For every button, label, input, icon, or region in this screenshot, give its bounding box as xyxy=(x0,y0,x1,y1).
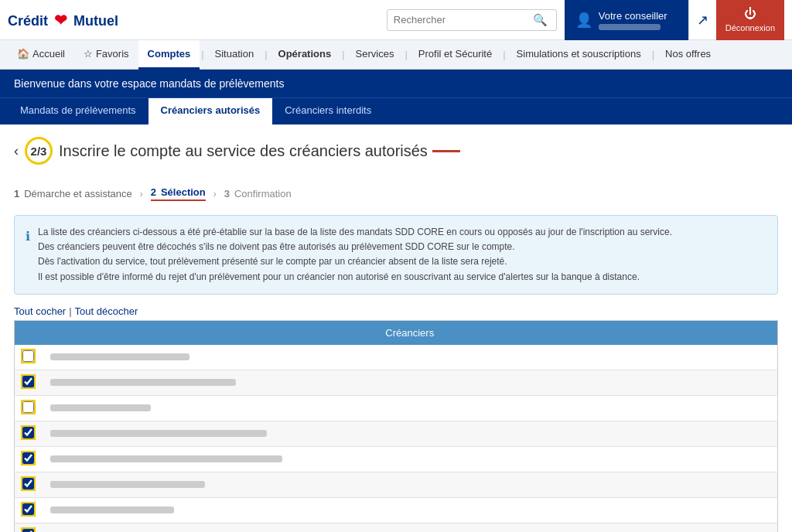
top-bar: Crédit ❤ Mutuel 🔍 👤 Votre conseiller ↗ ⏻… xyxy=(0,0,792,40)
step-header: ‹ 2/3 Inscrire le compte au service des … xyxy=(14,137,778,172)
subtab-mandats[interactable]: Mandats de prélèvements xyxy=(8,98,148,124)
step-selection: 2 Sélection xyxy=(151,186,206,201)
sub-tabs: Mandats de prélèvements Créanciers autor… xyxy=(0,97,792,124)
step-arrow-1: › xyxy=(140,189,143,200)
step-badge: 2/3 xyxy=(25,137,53,165)
page-content: ‹ 2/3 Inscrire le compte au service des … xyxy=(0,124,792,532)
deconnexion-label: Déconnexion xyxy=(725,23,775,32)
select-all-link[interactable]: Tout cocher xyxy=(14,305,66,317)
table-row xyxy=(15,523,778,532)
row-checkbox-5[interactable] xyxy=(22,478,34,489)
subtab-creanciers-interdits[interactable]: Créanciers interdits xyxy=(272,98,384,124)
star-icon: ☆ xyxy=(84,48,93,60)
table-row xyxy=(15,395,778,421)
step-arrow-2: › xyxy=(213,189,217,200)
creditor-name-cell-6 xyxy=(43,497,778,523)
creditor-name-cell-7 xyxy=(43,523,778,532)
advisor-icon: 👤 xyxy=(575,12,592,29)
nav-favoris[interactable]: ☆ Favoris xyxy=(74,40,138,70)
creditor-name-cell-2 xyxy=(43,395,778,421)
table-row xyxy=(15,421,778,446)
deselect-all-link[interactable]: Tout décocher xyxy=(75,305,138,317)
nav-accueil[interactable]: 🏠 Accueil xyxy=(8,40,74,70)
advisor-name xyxy=(599,24,661,30)
row-checkbox-4[interactable] xyxy=(22,452,34,464)
creditor-name-cell-0 xyxy=(43,345,778,370)
creditor-name-cell-3 xyxy=(43,421,778,446)
search-input[interactable] xyxy=(394,14,533,26)
back-arrow[interactable]: ‹ xyxy=(14,143,19,159)
creditor-name-cell-4 xyxy=(43,446,778,472)
nav-simulations[interactable]: Simulations et souscriptions xyxy=(507,40,650,70)
creditor-name-cell-1 xyxy=(43,370,778,395)
step-confirmation: 3 Confirmation xyxy=(224,188,292,200)
advisor-area: 👤 Votre conseiller xyxy=(565,0,688,40)
share-button[interactable]: ↗ xyxy=(688,0,716,40)
main-nav: 🏠 Accueil ☆ Favoris Comptes | Situation … xyxy=(0,40,792,70)
row-checkbox-0[interactable] xyxy=(22,350,34,362)
banner-text: Bienvenue dans votre espace mandats de p… xyxy=(14,77,284,90)
row-checkbox-7[interactable] xyxy=(22,529,34,532)
step-demarche: 1 Démarche et assistance xyxy=(14,188,132,200)
nav-services[interactable]: Services xyxy=(346,40,404,70)
nav-offres[interactable]: Nos offres xyxy=(656,40,720,70)
row-checkbox-1[interactable] xyxy=(22,376,34,387)
search-button[interactable]: 🔍 xyxy=(533,13,548,27)
step-underline xyxy=(432,150,460,152)
action-icons: ↗ ⏻ Déconnexion xyxy=(688,0,784,40)
logo: Crédit ❤ Mutuel xyxy=(8,11,162,29)
table-row xyxy=(15,345,778,370)
table-row xyxy=(15,370,778,395)
stepper: 1 Démarche et assistance › 2 Sélection ›… xyxy=(14,186,778,201)
nav-operations[interactable]: Opérations xyxy=(269,40,341,70)
page-title: Inscrire le compte au service des créanc… xyxy=(59,142,428,160)
table-row xyxy=(15,472,778,497)
logo-text: Crédit ❤ Mutuel xyxy=(8,11,118,29)
info-icon: ℹ xyxy=(26,227,30,285)
advisor-label: Votre conseiller xyxy=(599,10,667,22)
creditors-table: Créanciers xyxy=(14,320,778,532)
logo-icon: ❤ xyxy=(54,12,67,29)
row-checkbox-3[interactable] xyxy=(22,427,34,438)
select-all-separator: | xyxy=(69,305,71,317)
creditor-name-cell-5 xyxy=(43,472,778,497)
table-header-checkbox xyxy=(15,320,43,345)
power-icon: ⏻ xyxy=(744,7,756,21)
info-box: ℹ La liste des créanciers ci-dessous a é… xyxy=(14,215,778,295)
nav-comptes[interactable]: Comptes xyxy=(138,40,200,70)
table-row xyxy=(15,446,778,472)
row-checkbox-6[interactable] xyxy=(22,503,34,515)
nav-situation[interactable]: Situation xyxy=(206,40,264,70)
table-row xyxy=(15,497,778,523)
subtab-creanciers-autorises[interactable]: Créanciers autorisés xyxy=(148,98,273,124)
home-icon: 🏠 xyxy=(17,48,29,60)
advisor-info: Votre conseiller xyxy=(599,10,667,30)
table-header-creanciers: Créanciers xyxy=(43,320,778,345)
info-text: La liste des créanciers ci-dessous a été… xyxy=(38,225,672,285)
search-bar: 🔍 xyxy=(387,9,557,31)
deconnexion-button[interactable]: ⏻ Déconnexion xyxy=(716,0,784,40)
banner: Bienvenue dans votre espace mandats de p… xyxy=(0,70,792,97)
row-checkbox-2[interactable] xyxy=(22,401,34,413)
select-all-row: Tout cocher | Tout décocher xyxy=(14,305,778,317)
nav-profil[interactable]: Profil et Sécurité xyxy=(409,40,501,70)
